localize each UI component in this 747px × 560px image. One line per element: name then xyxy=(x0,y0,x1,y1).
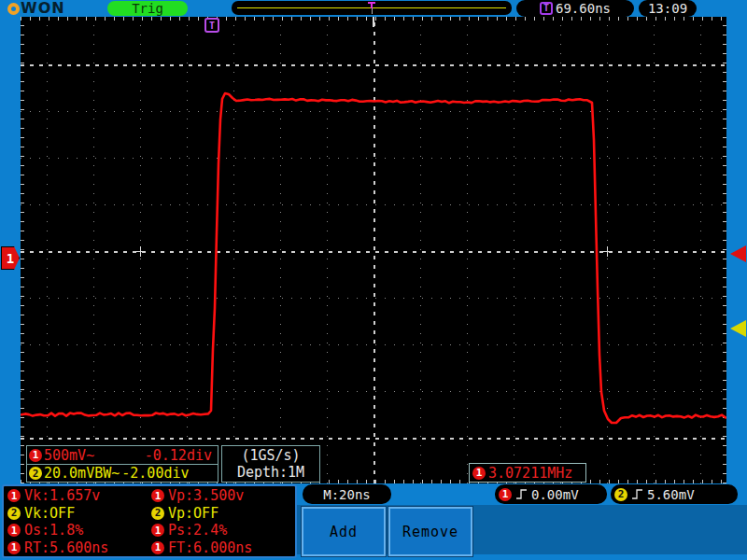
measurement-item: 2 Vp:OFF xyxy=(151,505,295,522)
horizontal-preview-bar xyxy=(232,1,512,15)
channel2-info-box: 2 20.0mVBW~-2.00div xyxy=(26,464,218,483)
trigger-level-arrow-ch1[interactable] xyxy=(730,245,746,262)
measure-label: Vp:3.500v xyxy=(168,487,244,504)
measure-label: FT:6.000ns xyxy=(168,539,252,556)
frequency-counter-box: 1 3.07211MHz xyxy=(469,463,586,483)
channel2-badge: 2 xyxy=(29,467,42,480)
trigger-t-icon: T xyxy=(540,2,553,15)
measurements-panel: 1 Vk:1.657v 1 Vp:3.500v 2 Vk:OFF 2 Vp:OF… xyxy=(2,484,297,558)
measure-ch-badge: 2 xyxy=(7,507,21,520)
measurement-item: 1 Vp:3.500v xyxy=(151,487,295,504)
measure-label: Vk:1.657v xyxy=(24,487,100,504)
channel2-scale: 20.0mVBW~ xyxy=(44,465,120,482)
trigger-time-readout: T 69.60ns xyxy=(516,0,634,17)
measurement-item: 1 RT:5.600ns xyxy=(7,539,151,556)
frequency-counter-value: 3.07211MHz xyxy=(488,465,572,482)
measurement-item: 1 Ps:2.4% xyxy=(151,522,295,539)
measure-ch-badge: 1 xyxy=(7,541,21,554)
channel2-position: -2.00div xyxy=(121,465,189,482)
frequency-counter-badge: 1 xyxy=(472,467,486,480)
measure-ch-badge: 1 xyxy=(7,489,21,502)
trigger-level-readout-ch1: 1 0.00mV xyxy=(495,484,607,504)
logo-ring-icon xyxy=(7,3,20,15)
channel1-info-box: 1 500mV~ -0.12div xyxy=(26,445,218,465)
owon-logo: WON xyxy=(7,0,65,17)
top-bar: WON Trig T 69.60ns 13:09 xyxy=(0,0,747,17)
trigger-level-readout-ch2: 2 5.60mV xyxy=(611,484,738,504)
logo-text: WON xyxy=(21,1,65,16)
acquisition-info-box: (1GS/s) Depth:1M xyxy=(221,445,320,483)
measure-label: Ps:2.4% xyxy=(168,522,227,539)
channel1-position: -0.12div xyxy=(145,447,212,464)
waveform-trace xyxy=(21,17,726,483)
measure-ch-badge: 2 xyxy=(151,507,164,520)
trigger1-level: 0.00mV xyxy=(531,487,579,502)
add-button[interactable]: Add xyxy=(302,507,386,556)
measure-ch-badge: 1 xyxy=(7,524,21,537)
measure-label: Os:1.8% xyxy=(24,522,83,539)
remove-button[interactable]: Remove xyxy=(388,507,472,556)
channel1-badge: 1 xyxy=(29,449,42,462)
rising-edge-icon xyxy=(631,488,643,500)
measurement-item: 1 Os:1.8% xyxy=(7,522,151,539)
graticule: T xyxy=(21,17,726,483)
channel1-position-marker[interactable]: 1 xyxy=(1,246,20,270)
measurement-item: 2 Vk:OFF xyxy=(7,505,151,522)
rising-edge-icon xyxy=(515,488,528,500)
trigger-position-marker[interactable] xyxy=(368,2,375,14)
trigger2-level: 5.60mV xyxy=(647,487,695,502)
measure-ch-badge: 1 xyxy=(151,524,164,537)
trigger-time-value: 69.60ns xyxy=(556,1,611,16)
measure-label: RT:5.600ns xyxy=(24,539,108,556)
memory-depth: Depth:1M xyxy=(237,464,304,481)
measurement-item: 1 Vk:1.657v xyxy=(7,487,151,504)
trigger-status-badge: Trig xyxy=(107,1,188,16)
measure-label: Vk:OFF xyxy=(24,505,75,522)
oscilloscope-screen: WON Trig T 69.60ns 13:09 T xyxy=(0,0,747,560)
sample-rate: (1GS/s) xyxy=(241,447,300,464)
measure-ch-badge: 1 xyxy=(151,489,164,502)
measure-ch-badge: 1 xyxy=(151,541,164,554)
trigger2-badge: 2 xyxy=(614,488,627,501)
bottom-bar: 1 Vk:1.657v 1 Vp:3.500v 2 Vk:OFF 2 Vp:OF… xyxy=(0,483,747,560)
trigger1-badge: 1 xyxy=(499,488,512,501)
measure-label: Vp:OFF xyxy=(168,505,218,522)
trigger-level-arrow-ch2[interactable] xyxy=(730,320,746,337)
trigger-marker-tail xyxy=(372,8,373,14)
timebase-readout: M:20ns xyxy=(303,484,391,504)
clock-readout: 13:09 xyxy=(639,0,697,17)
measurement-item: 1 FT:6.000ns xyxy=(151,539,295,556)
channel1-scale: 500mV~ xyxy=(44,447,94,464)
